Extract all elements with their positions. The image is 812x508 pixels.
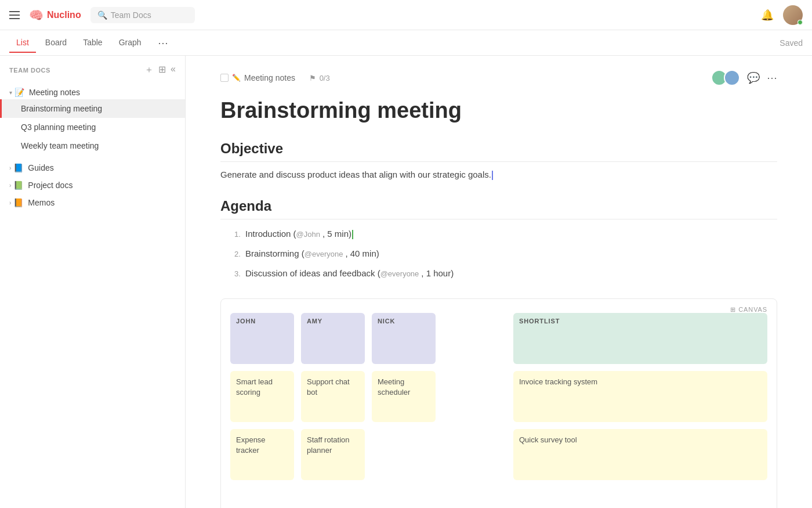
agenda-heading: Agenda	[220, 198, 777, 219]
project-docs-icon: 📗	[13, 181, 23, 190]
saved-label: Saved	[780, 38, 803, 48]
sidebar-header: TEAM DOCS ＋ ⊞ «	[0, 56, 185, 82]
agenda-item-1: 1. Introduction (@John, 5 min)	[234, 225, 777, 243]
sidebar-item-meeting-notes[interactable]: ▾ 📝 Meeting notes	[0, 82, 185, 99]
logo[interactable]: 🧠 Nuclino	[29, 8, 81, 22]
canvas-grid: JOHN AMY NICK SHORTLIST Smart lead scori…	[230, 308, 767, 480]
collapse-button[interactable]: «	[171, 64, 176, 76]
nav-more-button[interactable]: ⋯	[153, 34, 173, 52]
canvas-label-text: CANVAS	[738, 306, 767, 313]
search-placeholder: Team Docs	[111, 10, 151, 20]
avatar-online-dot	[798, 20, 802, 24]
agenda-list: 1. Introduction (@John, 5 min) 2. Brains…	[220, 225, 777, 282]
chevron-right-icon2: ›	[9, 182, 11, 189]
breadcrumb-pencil-icon: ✏️	[232, 74, 241, 82]
card-row2-empty2	[443, 429, 506, 480]
mention-everyone-2: @everyone	[380, 269, 419, 278]
sidebar-item-brainstorming[interactable]: Brainstorming meeting	[0, 99, 185, 118]
content-header: ✏️ Meeting notes ⚑ 0/3 💬 ⋯	[220, 70, 777, 86]
card-staff-rotation[interactable]: Staff rotation planner	[301, 429, 365, 480]
canvas-col-shortlist: SHORTLIST	[513, 313, 767, 364]
tab-table[interactable]: Table	[76, 33, 109, 53]
logo-icon: 🧠	[29, 8, 44, 22]
sidebar-item-memos[interactable]: › 📙 Memos	[0, 192, 185, 210]
text-cursor-2	[352, 230, 353, 239]
card-invoice-tracking[interactable]: Invoice tracking system	[513, 371, 767, 422]
sidebar-item-weekly-team[interactable]: Weekly team meeting	[0, 136, 185, 155]
tab-graph[interactable]: Graph	[112, 33, 148, 53]
breadcrumb: ✏️ Meeting notes ⚑ 0/3	[220, 73, 330, 82]
chat-button[interactable]: 💬	[747, 71, 760, 84]
search-icon: 🔍	[97, 10, 107, 20]
meeting-notes-label: Meeting notes	[29, 88, 80, 97]
memos-icon: 📙	[13, 198, 23, 207]
tab-board[interactable]: Board	[38, 33, 74, 53]
card-expense-tracker[interactable]: Expense tracker	[230, 429, 294, 480]
canvas-col-amy: AMY	[301, 313, 365, 364]
tab-list[interactable]: List	[9, 33, 36, 53]
card-row1-empty	[443, 371, 506, 422]
sidebar-item-project-docs[interactable]: › 📗 Project docs	[0, 175, 185, 192]
objective-heading: Objective	[220, 140, 777, 162]
progress-icon: ⚑	[309, 74, 316, 82]
user-avatar[interactable]	[783, 5, 803, 25]
mention-john: @John	[296, 230, 320, 239]
brainstorming-label: Brainstorming meeting	[21, 104, 102, 113]
memos-label: Memos	[28, 198, 55, 207]
chevron-down-icon: ▾	[9, 89, 12, 96]
more-options-button[interactable]: ⋯	[767, 71, 777, 84]
canvas-col-john: JOHN	[230, 313, 294, 364]
breadcrumb-text: Meeting notes	[244, 73, 295, 82]
guides-label: Guides	[28, 163, 53, 172]
canvas-icon: ⊞	[730, 306, 736, 314]
sidebar-item-q3-planning[interactable]: Q3 planning meeting	[0, 118, 185, 136]
main-layout: TEAM DOCS ＋ ⊞ « ▾ 📝 Meeting notes Brains…	[0, 56, 812, 508]
agenda-item-2: 2. Brainstorming (@everyone, 40 min)	[234, 245, 777, 262]
canvas-col-empty	[443, 313, 506, 364]
nav-tabs: List Board Table Graph ⋯ Saved	[0, 30, 812, 56]
canvas-container: ⊞ CANVAS JOHN AMY NICK SHORTLIST Smart l…	[220, 298, 777, 508]
topbar: 🧠 Nuclino 🔍 Team Docs 🔔	[0, 0, 812, 30]
text-cursor	[492, 171, 493, 180]
avatar-2	[724, 70, 740, 86]
sidebar-title: TEAM DOCS	[9, 67, 50, 74]
logo-text: Nuclino	[47, 10, 81, 20]
card-row2-empty	[372, 429, 436, 480]
sidebar-item-guides[interactable]: › 📘 Guides	[0, 157, 185, 175]
breadcrumb-separator	[299, 73, 306, 82]
chevron-right-icon3: ›	[9, 200, 11, 206]
notifications-bell[interactable]: 🔔	[761, 9, 774, 21]
objective-text: Generate and discuss product ideas that …	[220, 168, 777, 182]
canvas-label: ⊞ CANVAS	[730, 306, 767, 314]
q3-planning-label: Q3 planning meeting	[21, 123, 96, 132]
collaborator-avatars	[711, 70, 740, 86]
sidebar-actions: ＋ ⊞ «	[144, 64, 176, 76]
sidebar: TEAM DOCS ＋ ⊞ « ▾ 📝 Meeting notes Brains…	[0, 56, 186, 508]
card-quick-survey[interactable]: Quick survey tool	[513, 429, 767, 480]
content-area: ✏️ Meeting notes ⚑ 0/3 💬 ⋯ Brainstorming…	[186, 56, 812, 508]
meeting-notes-icon: 📝	[14, 88, 24, 97]
document-title: Brainstorming meeting	[220, 98, 777, 124]
mention-everyone-1: @everyone	[304, 250, 343, 258]
breadcrumb-checkbox[interactable]	[220, 74, 229, 82]
weekly-team-label: Weekly team meeting	[21, 141, 99, 150]
agenda-item-3: 3. Discussion of ideas and feedback (@ev…	[234, 265, 777, 282]
content-actions: 💬 ⋯	[711, 70, 777, 86]
search-bar[interactable]: 🔍 Team Docs	[90, 7, 195, 23]
project-docs-label: Project docs	[28, 181, 72, 190]
card-support-chat[interactable]: Support chat bot	[301, 371, 365, 422]
expand-button[interactable]: ⊞	[158, 64, 166, 76]
card-meeting-scheduler[interactable]: Meeting scheduler	[372, 371, 436, 422]
canvas-col-nick: NICK	[372, 313, 436, 364]
topbar-right: 🔔	[761, 5, 803, 25]
guides-icon: 📘	[13, 163, 23, 172]
add-item-button[interactable]: ＋	[144, 64, 154, 76]
progress-count: 0/3	[320, 74, 330, 82]
hamburger-menu[interactable]	[9, 11, 20, 19]
chevron-right-icon: ›	[9, 165, 11, 171]
card-smart-lead[interactable]: Smart lead scoring	[230, 371, 294, 422]
